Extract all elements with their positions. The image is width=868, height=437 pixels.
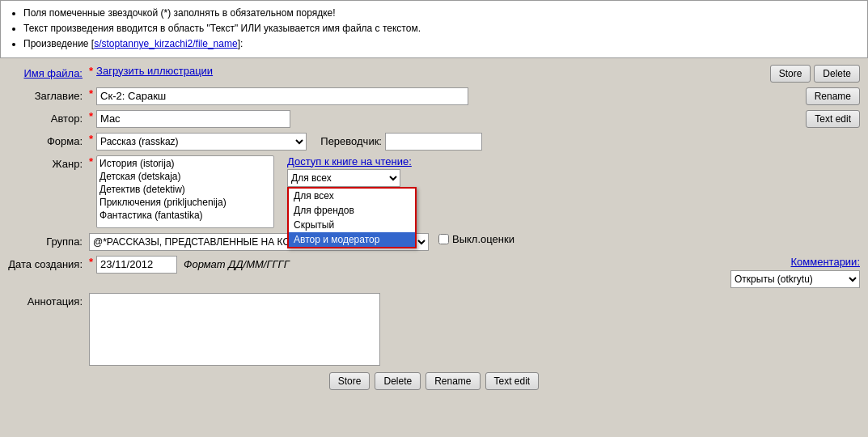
dropdown-item-skrytyj[interactable]: Скрытый — [289, 218, 415, 232]
genre-column: История (istorija) Детская (detskaja) Де… — [96, 155, 274, 228]
gruppa-label: Группа: — [46, 235, 83, 248]
comments-select[interactable]: Открыты (otkrytu) Закрыты — [730, 270, 860, 288]
author-input[interactable] — [96, 110, 290, 128]
genre-list[interactable]: История (istorija) Детская (detskaja) Де… — [96, 155, 274, 228]
data-row: Дата создания: * Формат ДД/ММ/ГГГГ Комме… — [8, 256, 860, 288]
required-star-zhanr: * — [89, 155, 93, 168]
text-edit-button-bottom[interactable]: Text edit — [485, 372, 540, 390]
kommentarii-link[interactable]: Комментарии: — [791, 256, 861, 268]
author-row: Автор: * Text edit — [8, 110, 860, 128]
title-row: Заглавие: * Rename — [8, 87, 860, 105]
annotation-textarea[interactable] — [89, 293, 380, 366]
access-select[interactable]: Для всех Для френдов Скрытый Автор и мод… — [287, 169, 400, 187]
genre-option-prikljuchenija[interactable]: Приключения (prikljuchenija) — [98, 196, 273, 209]
delete-button-top[interactable]: Delete — [814, 65, 860, 83]
zhanr-row: Жанр: * История (istorija) Детская (dets… — [8, 155, 860, 228]
произведение-link[interactable]: s/stoptannye_kirzachi2/file_name — [94, 38, 237, 49]
store-button-top[interactable]: Store — [770, 65, 811, 83]
access-dropdown-container: Для всех Для френдов Скрытый Автор и мод… — [287, 169, 400, 187]
required-star-file: * — [89, 65, 93, 77]
delete-button-bottom[interactable]: Delete — [375, 372, 421, 390]
genre-option-istorija[interactable]: История (istorija) — [98, 157, 273, 170]
required-star-author: * — [89, 110, 93, 122]
file-name-label-link[interactable]: Имя файла: — [23, 67, 83, 79]
dropdown-item-dlya-frendov[interactable]: Для френдов — [289, 203, 415, 218]
rename-button-top[interactable]: Rename — [806, 87, 860, 105]
gruppa-row: Группа: @*РАССКАЗЫ, ПРЕДСТАВЛЕННЫЕ НА КО… — [8, 233, 860, 251]
access-column: Доступ к книге на чтение: Для всех Для ф… — [287, 155, 412, 206]
genre-option-detektiw[interactable]: Детектив (detektiw) — [98, 183, 273, 196]
store-button-bottom[interactable]: Store — [329, 372, 370, 390]
forma-row: Форма: * Рассказ (rasskaz) Повесть (pove… — [8, 133, 860, 151]
title-label: Заглавие: — [35, 90, 83, 102]
info-line3-suffix: ]: — [238, 38, 243, 49]
dropdown-item-dlya-vsekh[interactable]: Для всех — [289, 189, 415, 203]
author-label: Автор: — [51, 112, 83, 125]
vykl-ocenki-checkbox[interactable] — [438, 234, 449, 244]
bottom-buttons-row: Store Delete Rename Text edit — [8, 372, 860, 397]
top-info: Поля помеченные звездочкой (*) заполнять… — [0, 0, 868, 58]
required-star-forma: * — [89, 133, 93, 145]
text-edit-button-top[interactable]: Text edit — [806, 110, 860, 128]
forma-label: Форма: — [47, 135, 83, 147]
required-star-title: * — [89, 87, 93, 100]
genre-option-detskaja[interactable]: Детская (detskaja) — [98, 170, 273, 183]
info-line3-prefix: Произведение [ — [23, 38, 94, 49]
file-name-row: Имя файла: * Загрузить иллюстрации Store… — [8, 65, 860, 83]
annotaciya-row: Аннотация: — [8, 293, 860, 366]
info-line1: Поля помеченные звездочкой (*) заполнять… — [23, 7, 336, 19]
dropdown-item-avtor-moderator[interactable]: Автор и модератор — [289, 232, 415, 247]
dostup-label-text: Доступ к книге на чтение: — [287, 155, 412, 168]
data-label: Дата создания: — [8, 258, 83, 270]
title-input[interactable] — [96, 87, 468, 105]
zhanr-label: Жанр: — [53, 158, 83, 170]
info-line2: Текст произведения вводится в область "Т… — [23, 23, 421, 34]
format-hint: Формат ДД/ММ/ГГГГ — [184, 256, 290, 270]
perevodchik-input[interactable] — [385, 133, 482, 151]
vykl-ocenki-container: Выкл.оценки — [438, 233, 514, 245]
genre-option-fantastika[interactable]: Фантастика (fantastika) — [98, 209, 273, 222]
forma-select[interactable]: Рассказ (rasskaz) Повесть (povest) Роман… — [96, 133, 307, 151]
date-input[interactable] — [96, 256, 177, 274]
required-star-data: * — [89, 256, 93, 268]
dostup-label: Доступ к книге на чтение: — [287, 155, 412, 168]
vykl-ocenki-label: Выкл.оценки — [452, 233, 514, 245]
annotaciya-label: Аннотация: — [28, 295, 83, 308]
zagruzit-link[interactable]: Загрузить иллюстрации — [96, 65, 213, 77]
perevodchik-label: Переводчик: — [320, 133, 382, 147]
access-dropdown-overlay: Для всех Для френдов Скрытый Автор и мод… — [287, 187, 417, 248]
rename-button-bottom[interactable]: Rename — [426, 372, 480, 390]
